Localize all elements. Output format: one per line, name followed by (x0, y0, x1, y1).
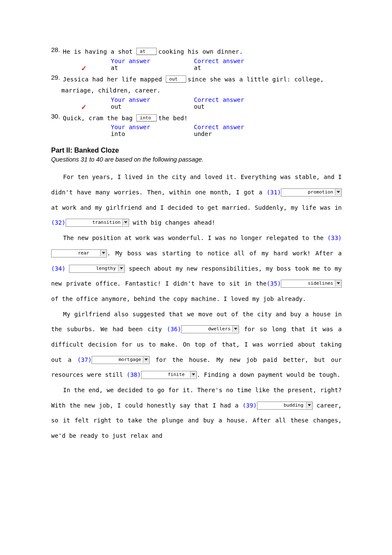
answer-input[interactable]: at (136, 48, 157, 55)
blank-dropdown-33[interactable]: rear (51, 249, 107, 257)
blank-dropdown-36[interactable]: dwellers (181, 325, 239, 333)
blank-number: (37) (78, 356, 92, 363)
part-title: Part II: Banked Cloze (51, 147, 342, 154)
chevron-down-icon (335, 280, 341, 286)
chevron-down-icon (122, 219, 129, 225)
your-answer-value: into (111, 130, 194, 137)
question-number: 30. (51, 113, 61, 120)
passage-text: . Finding a down payment would be tough. (197, 371, 340, 378)
part-subtitle: Questions 31 to 40 are based on the foll… (51, 156, 342, 163)
correct-answer-value: at (194, 64, 283, 72)
check-icon: ✓ (81, 104, 86, 111)
check-icon: ✓ (81, 65, 86, 72)
question-text-post: since she was a little girl: college, (188, 76, 324, 83)
chevron-down-icon (306, 402, 312, 408)
question-number: 29. (51, 74, 61, 81)
question-text-post: the bed! (159, 115, 188, 121)
correct-answer-header: Correct answer (194, 58, 283, 64)
chevron-down-icon (335, 189, 341, 195)
passage-text: . My boss was starting to notice all of … (107, 250, 342, 257)
your-answer-header: Your answer (111, 96, 194, 103)
question-text-cont: marriage, children, career. (51, 85, 342, 96)
blank-dropdown-32[interactable]: transition (66, 219, 129, 227)
blank-number: (32) (51, 219, 66, 226)
chevron-down-icon (190, 371, 196, 378)
blank-number: (34) (51, 265, 66, 272)
your-answer-header: Your answer (111, 124, 194, 130)
blank-number: (35) (267, 280, 281, 287)
your-answer-value: out (111, 103, 194, 111)
chevron-down-icon (143, 356, 149, 363)
blank-number: (33) (327, 234, 342, 241)
question-text-post: cooking his own dinner. (159, 48, 243, 55)
passage-text: at work and my girlfriend and I decided … (51, 204, 342, 211)
blank-dropdown-37[interactable]: mortgage (92, 356, 150, 364)
blank-dropdown-35[interactable]: sidelines (281, 280, 342, 288)
question-text-pre: He is having a shot (63, 48, 137, 55)
passage-text: of the office anymore, behind the copy m… (51, 295, 306, 302)
blank-dropdown-39[interactable]: budding (257, 402, 313, 410)
your-answer-value: at (111, 64, 194, 72)
correct-answer-header: Correct answer (194, 96, 283, 103)
your-answer-header: Your answer (111, 58, 194, 64)
answer-input[interactable]: out (166, 75, 186, 83)
correct-answer-value: under (194, 130, 283, 137)
passage-text: The new position at work was wonderful. … (63, 234, 327, 241)
answer-input[interactable]: into (136, 114, 157, 121)
chevron-down-icon (100, 250, 107, 256)
question-28: 28. He is having a shot at cooking his o… (51, 46, 342, 72)
passage-text: with big changes ahead! (133, 219, 215, 226)
correct-answer-header: Correct answer (194, 124, 283, 130)
question-text-pre: Quick, cram the bag (63, 115, 137, 121)
question-text-pre: Jessica had her life mapped (63, 76, 166, 83)
blank-number: (39) (242, 402, 257, 409)
correct-answer-value: out (194, 103, 283, 111)
chevron-down-icon (232, 326, 239, 332)
blank-number: (36) (167, 326, 181, 332)
blank-number: (31) (267, 189, 281, 196)
blank-number: (38) (127, 371, 141, 378)
blank-dropdown-31[interactable]: promotion (281, 188, 342, 197)
chevron-down-icon (118, 265, 124, 272)
blank-dropdown-34[interactable]: lengthy (69, 265, 125, 273)
question-number: 28. (51, 46, 61, 53)
blank-dropdown-38[interactable]: finite (141, 371, 197, 379)
question-30: 30. Quick, cram the bag into the bed! Yo… (51, 113, 342, 138)
question-29: 29. Jessica had her life mapped out sinc… (51, 74, 342, 111)
cloze-passage: For ten years, I lived in the city and l… (51, 170, 342, 443)
